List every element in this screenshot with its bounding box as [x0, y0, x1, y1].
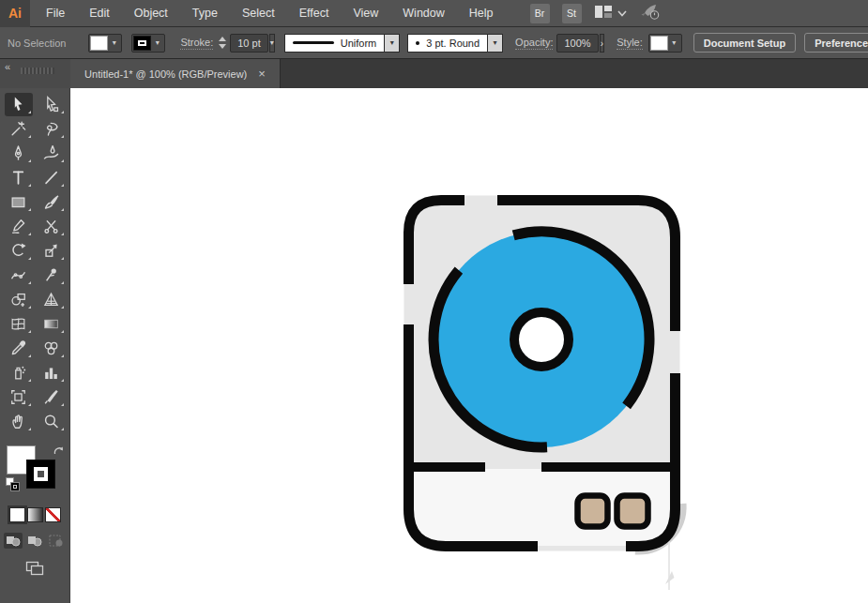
stroke-label[interactable]: Stroke:: [180, 37, 213, 50]
curvature-tool[interactable]: [38, 142, 66, 165]
preferences-button[interactable]: Preferences: [804, 33, 868, 53]
app-logo[interactable]: Ai: [0, 0, 30, 27]
screen-mode-button[interactable]: [0, 561, 69, 576]
menu-item-view[interactable]: View: [341, 0, 390, 26]
bridge-button[interactable]: Br: [530, 4, 550, 23]
toolbar-grip[interactable]: [21, 68, 54, 74]
artwork-button-right[interactable]: [617, 496, 648, 527]
document-tab[interactable]: Untitled-1* @ 100% (RGB/Preview) ×: [70, 59, 281, 88]
shaper-tool[interactable]: [5, 215, 33, 238]
chevron-down-icon: [617, 7, 627, 20]
toolbar-stroke-swatch[interactable]: [26, 460, 55, 489]
brush-dropdown[interactable]: 3 pt. Round ▾: [407, 34, 503, 53]
gpu-performance-icon[interactable]: [639, 3, 662, 23]
brush-chevron-icon[interactable]: ▾: [488, 34, 503, 53]
width-profile-chevron-icon[interactable]: ▾: [385, 34, 400, 53]
menu-item-type[interactable]: Type: [180, 0, 230, 26]
selection-status: No Selection: [8, 38, 66, 49]
stock-button[interactable]: St: [562, 4, 582, 23]
tab-bar: « Untitled-1* @ 100% (RGB/Preview) ×: [0, 59, 868, 88]
brush-preview-dot: [416, 41, 419, 45]
type-tool[interactable]: [5, 166, 33, 189]
stepper-up-icon[interactable]: [219, 37, 226, 41]
opacity-arrow-button[interactable]: ›: [600, 34, 605, 53]
workspace-switcher[interactable]: [594, 5, 627, 22]
none-mode-button[interactable]: [45, 507, 61, 522]
style-swatch-control[interactable]: ▾: [648, 34, 682, 53]
gradient-mode-button[interactable]: [27, 507, 43, 522]
draw-behind-button[interactable]: [25, 533, 44, 549]
artboard-tool[interactable]: [5, 385, 33, 409]
menu-item-file[interactable]: File: [34, 0, 77, 26]
fill-swatch-control[interactable]: ▾: [88, 34, 122, 53]
pen-tool[interactable]: [5, 142, 33, 165]
scissors-tool[interactable]: [38, 215, 66, 238]
eyedropper-tool[interactable]: [5, 337, 33, 360]
menu-bar-right: Br St: [530, 3, 662, 23]
fill-swatch[interactable]: [90, 36, 108, 51]
stepper-down-icon[interactable]: [219, 44, 226, 49]
document-setup-button[interactable]: Document Setup: [693, 33, 796, 53]
lasso-tool[interactable]: [38, 117, 66, 141]
width-profile-dropdown[interactable]: Uniform ▾: [284, 34, 401, 53]
close-icon[interactable]: ×: [258, 68, 266, 80]
zoom-tool[interactable]: [38, 410, 66, 433]
stroke-swatch-control[interactable]: ▾: [131, 34, 165, 53]
control-bar: No Selection ▾ ▾ Stroke: 10 pt ▾ Uniform…: [0, 27, 868, 59]
opacity-label[interactable]: Opacity:: [515, 37, 553, 50]
style-swatch[interactable]: [650, 36, 668, 51]
hand-tool[interactable]: [5, 410, 33, 433]
mesh-tool[interactable]: [5, 312, 33, 336]
stroke-weight-stepper[interactable]: [219, 37, 226, 49]
document-tab-title: Untitled-1* @ 100% (RGB/Preview): [84, 68, 247, 80]
artwork[interactable]: [399, 190, 699, 603]
draw-normal-button[interactable]: [4, 533, 23, 549]
width-profile-value: Uniform: [341, 38, 377, 49]
puppet-warp-tool[interactable]: [38, 264, 66, 287]
draw-inside-button[interactable]: [47, 533, 66, 549]
menu-item-window[interactable]: Window: [390, 0, 456, 26]
perspective-grid-tool[interactable]: [38, 288, 66, 311]
menu-item-effect[interactable]: Effect: [287, 0, 342, 26]
rotate-tool[interactable]: [5, 239, 33, 263]
menu-item-select[interactable]: Select: [230, 0, 287, 26]
fill-stroke-block: [5, 445, 65, 498]
width-profile-preview: [293, 41, 334, 44]
shape-builder-tool[interactable]: [5, 288, 33, 311]
magic-wand-tool[interactable]: [5, 117, 33, 141]
menu-items: FileEditObjectTypeSelectEffectViewWindow…: [34, 0, 506, 26]
stroke-weight-field[interactable]: 10 pt: [230, 34, 267, 53]
column-graph-tool[interactable]: [38, 361, 66, 384]
style-chevron-icon[interactable]: ▾: [668, 36, 680, 51]
symbol-sprayer-tool[interactable]: [5, 361, 33, 384]
slice-tool[interactable]: [38, 385, 66, 409]
stroke-chevron-icon[interactable]: ▾: [151, 36, 163, 51]
menu-item-help[interactable]: Help: [457, 0, 506, 26]
color-mode-row: [0, 507, 69, 522]
brush-value: 3 pt. Round: [426, 38, 480, 49]
tools-panel: [0, 88, 70, 603]
fill-chevron-icon[interactable]: ▾: [108, 36, 120, 51]
default-fill-stroke-icon[interactable]: [6, 477, 21, 492]
direct-selection-tool[interactable]: [38, 93, 66, 116]
menu-item-object[interactable]: Object: [122, 0, 180, 26]
opacity-field[interactable]: 100%: [556, 34, 598, 53]
line-segment-tool[interactable]: [38, 166, 66, 189]
paintbrush-tool[interactable]: [38, 190, 66, 214]
artwork-button-left[interactable]: [578, 496, 608, 527]
menu-item-edit[interactable]: Edit: [77, 0, 122, 26]
canvas[interactable]: [70, 88, 868, 603]
rectangle-tool[interactable]: [5, 190, 33, 214]
swap-fill-stroke-icon[interactable]: [53, 444, 65, 460]
color-mode-button[interactable]: [9, 507, 25, 522]
gradient-tool[interactable]: [38, 312, 66, 336]
selection-tool[interactable]: [5, 93, 33, 116]
width-tool[interactable]: [5, 264, 33, 287]
stroke-swatch[interactable]: [133, 36, 151, 51]
illustrator-window: Ai FileEditObjectTypeSelectEffectViewWin…: [0, 0, 868, 603]
collapse-panel-icon[interactable]: «: [5, 61, 9, 72]
scale-tool[interactable]: [38, 239, 66, 263]
stroke-weight-dropdown[interactable]: ▾: [269, 34, 275, 53]
blend-tool[interactable]: [38, 337, 66, 360]
style-label[interactable]: Style:: [617, 37, 643, 50]
